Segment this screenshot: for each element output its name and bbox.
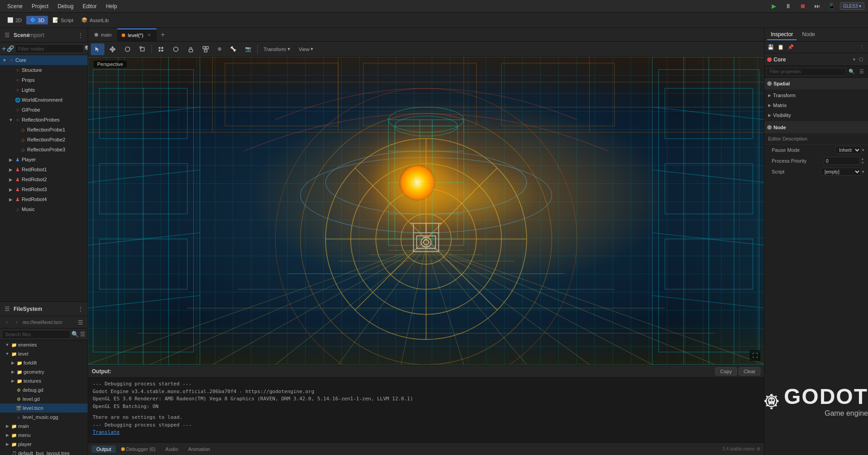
tree-item-reflprobes[interactable]: ▼ ○ ReflectionProbes 👁 <box>0 115 88 125</box>
tab-level[interactable]: level(*) ✕ <box>117 28 157 41</box>
vp-rotate-button[interactable] <box>121 43 134 55</box>
priority-up-icon[interactable]: ▲ <box>861 157 864 161</box>
insp-save-button[interactable]: 💾 <box>766 43 775 52</box>
menu-debug[interactable]: Debug <box>54 2 77 10</box>
process-priority-arrows[interactable]: ▲ ▼ <box>861 157 864 165</box>
tab-add-button[interactable]: + <box>158 30 168 40</box>
vp-camera-button[interactable]: 📷 <box>241 43 255 55</box>
tree-item-reflprobe2[interactable]: ◇ ReflectionProbe2 👁 <box>0 135 88 145</box>
tab-debugger[interactable]: Debugger (6) <box>117 446 160 453</box>
tree-item-redrobot1[interactable]: ▶ ♟ RedRobot1 🎬 📝 👁 <box>0 164 88 174</box>
fs-item-enemies[interactable]: ▼ 📁 enemies <box>0 340 88 349</box>
vp-skeleton-button[interactable]: 🦴 <box>226 43 240 55</box>
vp-pivot-button[interactable]: ⊕ <box>214 43 225 55</box>
insp-next-button[interactable]: › <box>848 43 856 52</box>
filter-options-icon[interactable]: ☰ <box>857 67 866 76</box>
spatial-section-header[interactable]: Spatial <box>764 78 868 89</box>
vp-scale-button[interactable] <box>136 43 149 55</box>
fs-search-input[interactable] <box>2 330 71 339</box>
viewport[interactable]: Perspective ⛶ <box>88 57 764 365</box>
fs-options-button[interactable]: ⋮ <box>76 305 85 314</box>
transform-subsection[interactable]: ▶ Transform <box>764 90 868 100</box>
fs-search-button[interactable]: 🔍 <box>71 330 79 339</box>
tree-item-music[interactable]: ♪ Music <box>0 204 88 214</box>
tree-action-eye-props[interactable]: 👁 <box>79 76 86 84</box>
tree-item-redrobot3[interactable]: ▶ ♟ RedRobot3 🎬 📝 👁 <box>0 184 88 194</box>
tree-action-eye-rp3[interactable]: 👁 <box>79 146 86 153</box>
fs-item-leveltscn[interactable]: 🎬 level.tscn <box>0 403 88 413</box>
fs-item-debuggd[interactable]: ⚙ debug.gd <box>0 385 88 394</box>
tab-animation[interactable]: Animation <box>184 446 215 453</box>
priority-down-icon[interactable]: ▼ <box>861 161 864 165</box>
vp-lock-button[interactable] <box>184 43 198 55</box>
vp-view-button[interactable]: View ▾ <box>295 43 317 55</box>
vp-select-button[interactable] <box>91 43 104 55</box>
node-external-icon[interactable]: ⬡ <box>857 56 865 64</box>
stop-button[interactable]: ⏹ <box>797 0 809 13</box>
insp-history-button[interactable]: 📋 <box>776 43 785 52</box>
vp-group-button[interactable] <box>199 43 212 55</box>
tree-action-film-rr3[interactable]: 🎬 <box>63 186 71 193</box>
tree-action-script-rr1[interactable]: 📝 <box>71 166 78 173</box>
tree-item-redrobot2[interactable]: ▶ ♟ RedRobot2 🎬 📝 👁 <box>0 174 88 184</box>
tree-item-reflprobe3[interactable]: ◇ ReflectionProbe3 👁 <box>0 145 88 155</box>
gles-badge[interactable]: GLES3 ▾ <box>840 2 864 10</box>
tab-close-level[interactable]: ✕ <box>146 32 152 38</box>
fs-item-menu[interactable]: ▶ 📁 menu <box>0 431 88 440</box>
tree-action-film-lights[interactable]: 🎬 <box>71 86 78 94</box>
tree-item-structure[interactable]: ○ Structure 🎬 👁 <box>0 65 88 75</box>
vp-local-button[interactable] <box>169 43 183 55</box>
tree-action-eye-player[interactable]: 👁 <box>79 156 86 163</box>
filter-search-button[interactable]: 🔍 <box>85 44 88 53</box>
fs-item-textures[interactable]: ▶ 📁 textures <box>0 376 88 385</box>
filter-properties-input[interactable] <box>766 68 846 76</box>
import-button[interactable]: Import <box>31 31 40 40</box>
link-node-button[interactable]: 🔗 <box>7 44 14 53</box>
assetlib-button[interactable]: 📦 AssetLib <box>78 16 112 24</box>
tree-item-props[interactable]: ○ Props 🎬 👁 <box>0 75 88 85</box>
scene-options-button[interactable]: ⋮ <box>76 31 85 40</box>
tree-action-eye-rr4[interactable]: 👁 <box>79 196 86 203</box>
tab-audio[interactable]: Audio <box>161 446 183 453</box>
tree-action-eye-rr1[interactable]: 👁 <box>79 166 86 173</box>
fs-item-geometry[interactable]: ▶ 📁 geometry <box>0 367 88 376</box>
tree-action-eye-core[interactable]: 👁 <box>79 56 86 64</box>
visibility-subsection[interactable]: ▶ Visibility <box>764 110 868 120</box>
script-select[interactable]: [empty] <box>821 168 861 176</box>
fs-filter-button[interactable]: ☰ <box>80 330 86 339</box>
fs-layout-button[interactable]: ☰ <box>76 318 85 327</box>
fs-item-forklift[interactable]: ▶ 📁 forklift <box>0 358 88 367</box>
tree-action-eye-rp1[interactable]: 👁 <box>79 126 86 133</box>
tab-inspector[interactable]: Inspector <box>767 29 797 40</box>
insp-prev-button[interactable]: ‹ <box>839 43 847 52</box>
tree-action-script-rr4[interactable]: 📝 <box>71 196 78 203</box>
vp-move-button[interactable] <box>106 43 119 55</box>
tree-action-eye-rp2[interactable]: 👁 <box>79 136 86 143</box>
tree-item-core[interactable]: ▼ ○ Core 🎬 👁 <box>0 55 88 65</box>
script-button[interactable]: 📝 Script <box>49 16 77 24</box>
tab-node[interactable]: Node <box>798 29 819 40</box>
tree-action-film-rr4[interactable]: 🎬 <box>63 196 71 203</box>
vp-snap-button[interactable] <box>154 43 168 55</box>
fs-forward-button[interactable]: › <box>13 318 21 326</box>
pause-button[interactable]: ⏸ <box>782 0 795 13</box>
menu-scene[interactable]: Scene <box>4 2 26 10</box>
tree-action-eye-lights[interactable]: 👁 <box>79 86 86 94</box>
tree-action-film-player[interactable]: 🎬 <box>63 156 71 163</box>
add-node-button[interactable]: + <box>2 44 6 53</box>
tree-action-eye-giprobe[interactable]: 👁 <box>79 106 86 113</box>
vp-transform-button[interactable]: Transform ▾ <box>260 43 294 55</box>
filter-nodes-input[interactable] <box>15 44 84 53</box>
deploy-button[interactable]: 📱 <box>826 0 838 13</box>
pause-mode-select[interactable]: Inherit <box>835 146 861 154</box>
tree-action-script-rr3[interactable]: 📝 <box>71 186 78 193</box>
node-section-header[interactable]: Node <box>764 122 868 133</box>
step-button[interactable]: ⏭ <box>811 0 824 13</box>
mode-3d-button[interactable]: 🔷 3D <box>26 16 48 24</box>
play-button[interactable]: ▶ <box>768 0 780 13</box>
scene-panel-menu[interactable]: ☰ <box>3 31 12 40</box>
tree-item-lights[interactable]: ○ Lights 🎬 👁 <box>0 85 88 95</box>
tree-item-worldenv[interactable]: 🌐 WorldEnvironment <box>0 95 88 105</box>
tree-action-script-rr2[interactable]: 📝 <box>71 176 78 183</box>
tree-action-eye-rr3[interactable]: 👁 <box>79 186 86 193</box>
